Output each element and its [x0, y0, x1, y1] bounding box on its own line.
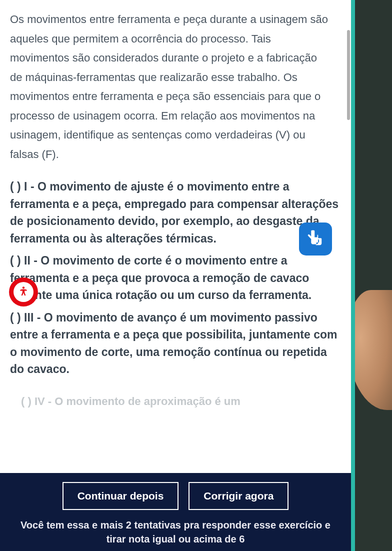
question-intro-text: Os movimentos entre ferramenta e peça du…	[10, 10, 342, 164]
continue-later-button[interactable]: Continuar depois	[62, 482, 179, 510]
accessibility-button[interactable]	[9, 278, 38, 306]
accessibility-icon	[14, 282, 34, 302]
sign-language-icon	[305, 228, 326, 250]
correct-now-button[interactable]: Corrigir agora	[188, 482, 288, 510]
question-content[interactable]: Os movimentos entre ferramenta e peça du…	[0, 0, 351, 473]
button-row: Continuar depois Corrigir agora	[6, 482, 345, 510]
partial-statement-4: ( ) IV - O movimento de aproximação é um	[21, 395, 240, 408]
statements-list: ( ) I - O movimento de ajuste é o movime…	[10, 178, 342, 378]
scrollbar[interactable]	[347, 30, 350, 120]
app-screen: Os movimentos entre ferramenta e peça du…	[0, 0, 355, 551]
statement-2: ( ) II - O movimento de corte é o movime…	[10, 252, 342, 304]
statement-1: ( ) I - O movimento de ajuste é o movime…	[10, 178, 342, 247]
attempts-remaining-text: Você tem essa e mais 2 tentativas pra re…	[6, 518, 345, 546]
svg-point-0	[22, 286, 24, 288]
sign-language-button[interactable]	[299, 222, 332, 256]
bottom-action-bar: Continuar depois Corrigir agora Você tem…	[0, 473, 351, 551]
statement-3: ( ) III - O movimento de avanço é um mov…	[10, 309, 342, 378]
